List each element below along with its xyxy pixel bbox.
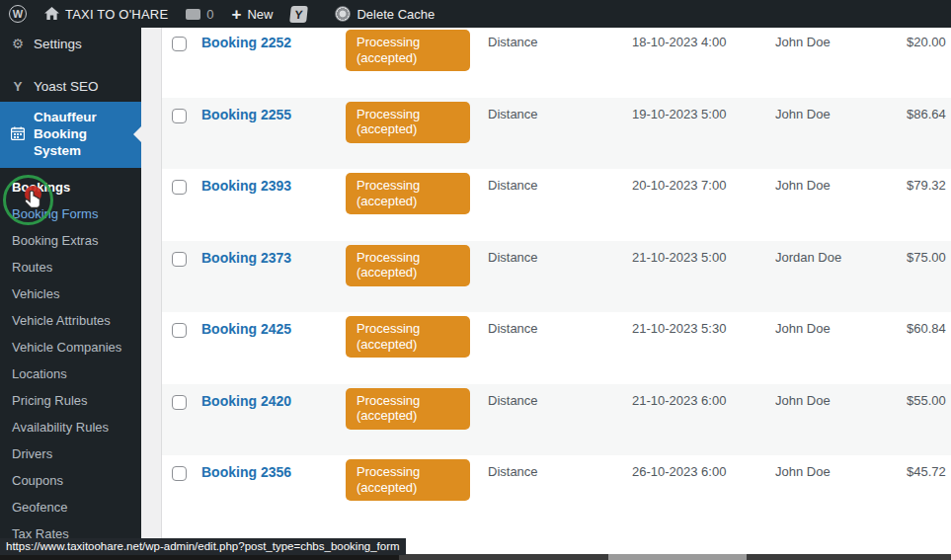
wp-logo-menu[interactable]: W: [0, 0, 36, 28]
pickup-date-cell: 21-10-2023 6:00: [632, 393, 775, 408]
site-name: TAXI TO O'HARE: [65, 7, 168, 22]
sidebar-submenu-item-drivers[interactable]: Drivers: [0, 440, 141, 467]
sidebar-submenu-item-bookings[interactable]: Bookings: [0, 174, 141, 200]
sidebar-item-settings[interactable]: ⚙ Settings: [0, 28, 141, 59]
yoast-icon: Y: [290, 6, 309, 23]
table-row: Booking 2373 Processing (accepted) Dista…: [162, 241, 951, 313]
price-cell: $55.00: [907, 393, 951, 408]
table-row: Booking 2425 Processing (accepted) Dista…: [162, 312, 951, 384]
booking-title-link[interactable]: Booking 2393: [201, 178, 291, 194]
client-cell: Jordan Doe: [775, 250, 907, 265]
plus-icon: +: [231, 6, 241, 23]
row-checkbox[interactable]: [172, 323, 187, 338]
screen: W TAXI TO O'HARE 0 + New Y Delete Cache …: [0, 0, 951, 560]
pickup-date-cell: 19-10-2023 5:00: [632, 107, 775, 121]
cache-icon: [335, 6, 351, 22]
sidebar-submenu-item-vehicle-companies[interactable]: Vehicle Companies: [0, 334, 141, 360]
delete-cache-button[interactable]: Delete Cache: [326, 0, 443, 28]
wordpress-logo-icon: W: [9, 5, 27, 23]
price-cell: $75.00: [907, 250, 951, 265]
pickup-date-cell: 20-10-2023 7:00: [632, 178, 775, 193]
row-checkbox[interactable]: [172, 466, 187, 481]
price-cell: $79.32: [907, 178, 951, 193]
site-name-link[interactable]: TAXI TO O'HARE: [36, 0, 177, 28]
new-content-menu[interactable]: + New: [222, 0, 281, 28]
table-row: Booking 2356 Processing (accepted) Dista…: [162, 455, 951, 527]
booking-status-badge: Processing (accepted): [346, 316, 470, 358]
booking-status-badge: Processing (accepted): [346, 30, 470, 71]
sidebar-submenu-item-routes[interactable]: Routes: [0, 254, 141, 280]
service-type-cell: Distance: [488, 35, 632, 49]
submenu-item-label: Routes: [12, 260, 52, 275]
sidebar-submenu-item-geofence[interactable]: Geofence: [0, 494, 141, 520]
delete-cache-label: Delete Cache: [357, 7, 435, 22]
submenu-item-label: Availability Rules: [12, 420, 109, 435]
row-checkbox[interactable]: [172, 252, 187, 267]
sidebar-item-yoast-seo[interactable]: Y Yoast SEO: [0, 71, 141, 102]
pickup-date-cell: 26-10-2023 6:00: [632, 464, 775, 479]
client-cell: John Doe: [775, 107, 907, 121]
submenu-item-label: Vehicles: [12, 286, 59, 301]
table-row: Booking 2252 Processing (accepted) Dista…: [162, 28, 951, 98]
chauffeur-submenu: Bookings Booking Forms Booking Extras Ro…: [0, 168, 141, 560]
booking-title-link[interactable]: Booking 2425: [201, 321, 291, 337]
client-cell: John Doe: [775, 35, 907, 49]
client-cell: John Doe: [775, 321, 907, 336]
sidebar-submenu-item-availability-rules[interactable]: Availability Rules: [0, 414, 141, 440]
submenu-item-label: Locations: [12, 366, 67, 381]
submenu-item-label: Booking Forms: [12, 206, 98, 221]
booking-title-link[interactable]: Booking 2373: [201, 250, 291, 266]
table-row: Booking 2255 Processing (accepted) Dista…: [162, 98, 951, 170]
calendar-icon: [10, 126, 26, 143]
sidebar-submenu-item-booking-forms[interactable]: Booking Forms: [0, 200, 141, 227]
submenu-item-label: Coupons: [12, 473, 63, 488]
row-checkbox[interactable]: [172, 37, 187, 51]
booking-title-link[interactable]: Booking 2255: [201, 107, 291, 122]
sidebar-submenu-item-coupons[interactable]: Coupons: [0, 467, 141, 494]
booking-status-badge: Processing (accepted): [346, 388, 470, 430]
submenu-item-label: Vehicle Companies: [12, 340, 121, 355]
booking-status-badge: Processing (accepted): [346, 459, 470, 501]
comments-count: 0: [206, 7, 213, 22]
booking-title-link[interactable]: Booking 2252: [201, 35, 291, 50]
booking-status-badge: Processing (accepted): [346, 173, 470, 214]
sidebar-submenu-item-locations[interactable]: Locations: [0, 360, 141, 387]
client-cell: John Doe: [775, 393, 907, 408]
sidebar-submenu-item-vehicle-attributes[interactable]: Vehicle Attributes: [0, 307, 141, 334]
sidebar-submenu-item-pricing-rules[interactable]: Pricing Rules: [0, 387, 141, 414]
price-cell: $45.72: [907, 464, 951, 479]
booking-status-badge: Processing (accepted): [346, 102, 470, 143]
sidebar-submenu-item-vehicles[interactable]: Vehicles: [0, 280, 141, 307]
row-checkbox[interactable]: [172, 395, 187, 410]
sidebar-item-chauffeur-booking-system[interactable]: Chauffeur Booking System: [0, 102, 141, 168]
service-type-cell: Distance: [488, 393, 632, 408]
price-cell: $20.00: [907, 35, 951, 49]
admin-sidebar: ⚙ Settings Y Yoast SEO Chauffeur Booking…: [0, 28, 141, 560]
service-type-cell: Distance: [488, 250, 632, 265]
sidebar-submenu-item-booking-extras[interactable]: Booking Extras: [0, 227, 141, 254]
booking-status-badge: Processing (accepted): [346, 245, 470, 286]
booking-title-link[interactable]: Booking 2356: [201, 464, 291, 480]
bookings-rows: Booking 2252 Processing (accepted) Dista…: [162, 28, 951, 527]
home-icon: [44, 7, 59, 21]
submenu-item-label: Geofence: [12, 500, 67, 515]
sidebar-item-label: Chauffeur Booking System: [34, 110, 131, 160]
comments-menu[interactable]: 0: [177, 0, 222, 28]
sidebar-item-label: Yoast SEO: [34, 79, 99, 94]
booking-title-link[interactable]: Booking 2420: [201, 393, 291, 409]
row-checkbox[interactable]: [172, 180, 187, 195]
wp-admin-bar: W TAXI TO O'HARE 0 + New Y Delete Cache: [0, 0, 951, 28]
comments-icon: [186, 9, 200, 20]
table-row: Booking 2420 Processing (accepted) Dista…: [162, 384, 951, 456]
submenu-item-label: Booking Extras: [12, 233, 98, 248]
bookings-table: Booking 2252 Processing (accepted) Dista…: [161, 28, 951, 560]
price-cell: $86.64: [907, 107, 951, 121]
service-type-cell: Distance: [488, 107, 632, 121]
pickup-date-cell: 21-10-2023 5:30: [632, 321, 775, 336]
row-checkbox[interactable]: [172, 109, 187, 123]
link-url-statusbar: https://www.taxitoohare.net/wp-admin/edi…: [0, 538, 406, 555]
yoast-seo-menu[interactable]: Y: [281, 0, 316, 28]
service-type-cell: Distance: [488, 178, 632, 193]
new-label: New: [247, 7, 273, 22]
service-type-cell: Distance: [488, 464, 632, 479]
